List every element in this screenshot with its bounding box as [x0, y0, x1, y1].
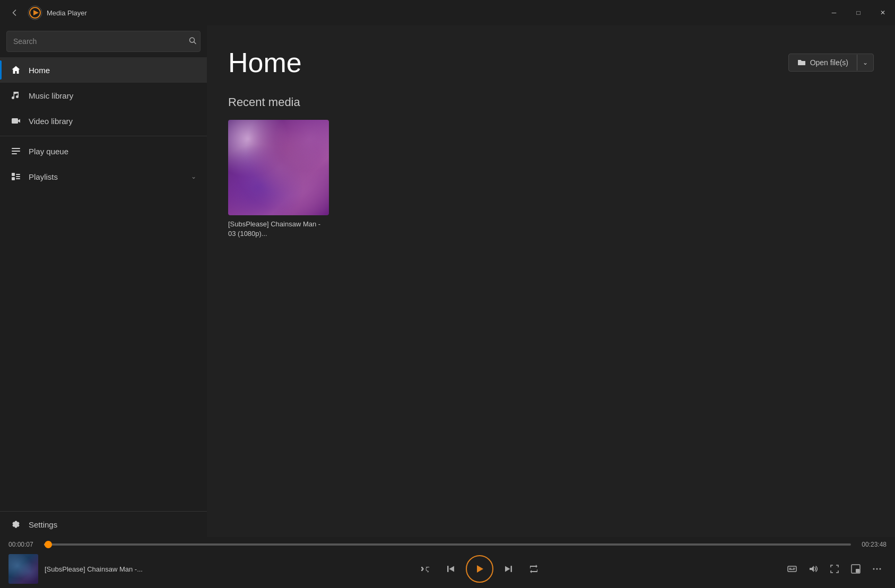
app-title: Media Player: [47, 9, 889, 17]
shuffle-button[interactable]: [415, 558, 436, 580]
repeat-button[interactable]: [523, 558, 544, 580]
sidebar-item-playlists[interactable]: Playlists ⌄: [0, 164, 207, 189]
sidebar-item-play-queue[interactable]: Play queue: [0, 138, 207, 164]
play-icon: [474, 564, 485, 574]
search-icon: [189, 37, 196, 45]
sidebar: Home Music library Vi: [0, 25, 207, 537]
svg-rect-10: [12, 173, 15, 176]
sidebar-item-home-label: Home: [29, 66, 196, 75]
search-container: [6, 31, 201, 52]
now-playing-thumbnail: [8, 554, 38, 584]
volume-icon: [809, 564, 818, 574]
svg-point-30: [880, 568, 881, 570]
svg-marker-6: [18, 119, 20, 123]
svg-rect-8: [12, 151, 20, 152]
svg-rect-15: [447, 566, 449, 572]
shuffle-icon: [421, 564, 430, 574]
play-button[interactable]: [466, 555, 493, 583]
app-logo: [28, 5, 42, 20]
sidebar-item-settings[interactable]: Settings: [0, 512, 207, 537]
playback-bar: 00:00:07 00:23:48 [SubsPlease] Chainsaw …: [0, 537, 895, 588]
sidebar-item-playlists-label: Playlists: [29, 172, 184, 181]
captions-icon: [787, 564, 797, 574]
svg-rect-7: [12, 148, 20, 149]
media-card-title: [SubsPlease] Chainsaw Man - 03 (1080p)..…: [228, 220, 329, 239]
repeat-icon: [529, 564, 538, 574]
volume-button[interactable]: [804, 559, 823, 578]
svg-marker-19: [505, 566, 510, 572]
settings-section: Settings: [0, 511, 207, 537]
captions-button[interactable]: [783, 559, 802, 578]
media-thumbnail: [228, 120, 329, 215]
media-card[interactable]: [SubsPlease] Chainsaw Man - 03 (1080p)..…: [228, 120, 329, 239]
svg-rect-11: [12, 177, 15, 180]
sidebar-item-queue-label: Play queue: [29, 147, 196, 156]
previous-icon: [446, 564, 456, 574]
right-controls: [759, 559, 887, 578]
content-header: Home Open file(s) ⌄: [228, 47, 874, 78]
back-button[interactable]: [6, 4, 23, 21]
svg-point-28: [873, 568, 875, 570]
current-time: 00:00:07: [8, 541, 38, 548]
nav-divider: [0, 136, 207, 136]
open-files-chevron-button[interactable]: ⌄: [857, 55, 873, 71]
sidebar-nav: Home Music library Vi: [0, 57, 207, 189]
svg-rect-18: [510, 566, 512, 572]
svg-rect-20: [788, 566, 796, 572]
media-grid: [SubsPlease] Chainsaw Man - 03 (1080p)..…: [228, 120, 874, 239]
open-files-button[interactable]: Open file(s): [789, 54, 857, 71]
queue-icon: [11, 146, 21, 156]
video-icon: [11, 116, 21, 126]
playlist-icon: [11, 171, 21, 182]
next-button[interactable]: [498, 558, 519, 580]
now-playing: [SubsPlease] Chainsaw Man -...: [8, 554, 199, 584]
svg-rect-24: [793, 569, 795, 571]
music-icon: [11, 90, 21, 101]
svg-marker-16: [449, 566, 454, 572]
main-layout: Home Music library Vi: [0, 25, 895, 537]
open-files-container: Open file(s) ⌄: [788, 54, 874, 72]
fullscreen-button[interactable]: [825, 559, 844, 578]
maximize-button[interactable]: □: [846, 0, 871, 25]
svg-rect-22: [789, 569, 793, 571]
folder-open-icon: [797, 58, 806, 67]
open-files-label: Open file(s): [810, 58, 848, 67]
home-icon: [11, 65, 21, 75]
main-content: Home Open file(s) ⌄ Recent media [SubsPl…: [207, 25, 895, 537]
search-input[interactable]: [6, 31, 201, 52]
sidebar-settings-label: Settings: [29, 520, 196, 529]
previous-button[interactable]: [440, 558, 462, 580]
search-icon-button[interactable]: [189, 37, 196, 46]
sidebar-item-music-label: Music library: [29, 91, 196, 100]
svg-rect-27: [856, 569, 859, 573]
svg-rect-23: [793, 568, 795, 569]
more-options-button[interactable]: [867, 559, 887, 578]
titlebar: Media Player ─ □ ✕: [0, 0, 895, 25]
progress-track[interactable]: [44, 543, 851, 546]
more-icon: [872, 564, 882, 574]
progress-row: 00:00:07 00:23:48: [0, 537, 895, 552]
window-controls: ─ □ ✕: [822, 0, 895, 25]
controls-row: [SubsPlease] Chainsaw Man -...: [0, 552, 895, 588]
svg-rect-12: [16, 174, 20, 175]
sidebar-item-music-library[interactable]: Music library: [0, 83, 207, 108]
miniplayer-icon: [851, 564, 861, 574]
sidebar-item-video-label: Video library: [29, 117, 196, 126]
miniplayer-button[interactable]: [846, 559, 865, 578]
svg-rect-13: [16, 176, 20, 177]
next-icon: [503, 564, 513, 574]
playback-controls: [199, 555, 759, 583]
minimize-button[interactable]: ─: [822, 0, 846, 25]
svg-rect-21: [789, 568, 792, 569]
close-button[interactable]: ✕: [871, 0, 895, 25]
svg-line-4: [194, 42, 196, 44]
settings-icon: [11, 519, 21, 530]
sidebar-item-home[interactable]: Home: [0, 57, 207, 83]
svg-rect-14: [16, 178, 20, 179]
page-title: Home: [228, 47, 302, 78]
fullscreen-icon: [830, 564, 839, 574]
sidebar-item-video-library[interactable]: Video library: [0, 108, 207, 134]
svg-rect-5: [12, 118, 18, 124]
media-thumbnail-image: [228, 120, 329, 215]
svg-marker-17: [477, 565, 483, 573]
